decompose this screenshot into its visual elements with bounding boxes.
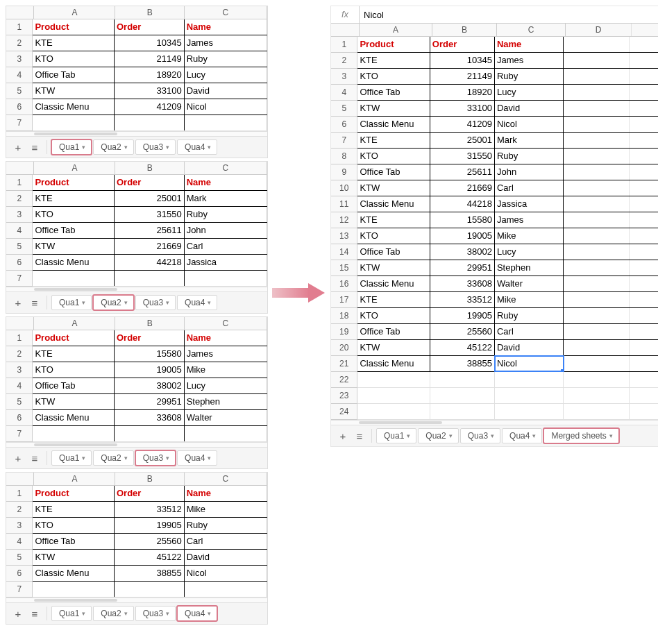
cell[interactable]: 25611 [115, 223, 185, 238]
cell[interactable] [630, 340, 658, 355]
cell[interactable]: John [495, 164, 564, 180]
cell[interactable] [33, 426, 115, 441]
all-sheets-button[interactable]: ≡ [27, 450, 42, 466]
cell[interactable]: KTE [33, 346, 115, 362]
cell[interactable]: 19905 [430, 308, 495, 323]
chevron-down-icon[interactable]: ▾ [407, 432, 410, 439]
row-header[interactable]: 4 [6, 223, 33, 239]
sheet-tab[interactable]: Qua4▾ [177, 606, 217, 621]
cell[interactable]: 41209 [115, 99, 185, 115]
cell[interactable]: Classic Menu [33, 410, 115, 425]
cell[interactable]: 19905 [115, 518, 185, 533]
cell[interactable]: Ruby [495, 69, 564, 84]
cell[interactable]: 33100 [430, 101, 495, 116]
cell[interactable]: Ruby [185, 518, 267, 533]
cell[interactable]: KTE [357, 53, 430, 68]
cell[interactable]: 25001 [115, 191, 185, 206]
cell[interactable]: 31550 [115, 207, 185, 222]
row-header[interactable]: 7 [6, 271, 33, 287]
row-header[interactable]: 13 [331, 228, 357, 244]
cell[interactable] [564, 244, 630, 260]
chevron-down-icon[interactable]: ▾ [208, 610, 211, 617]
cell[interactable]: Office Tab [33, 67, 115, 83]
cell[interactable] [33, 271, 115, 286]
sheet-tab[interactable]: Qua3▾ [135, 606, 176, 621]
cell[interactable] [115, 271, 185, 286]
sheet-tab[interactable]: Merged sheets▾ [543, 428, 618, 443]
cell[interactable]: 19005 [430, 228, 495, 244]
cell[interactable]: Product [33, 330, 115, 346]
cell[interactable]: Classic Menu [33, 566, 115, 581]
column-header[interactable]: A [34, 162, 115, 174]
cell[interactable] [630, 180, 658, 196]
cell[interactable]: 25001 [430, 133, 495, 148]
column-header[interactable]: B [115, 473, 184, 485]
cell[interactable] [630, 356, 658, 371]
cell[interactable]: 33608 [430, 276, 495, 291]
chevron-down-icon[interactable]: ▾ [208, 299, 211, 306]
cell[interactable] [564, 117, 630, 132]
cell[interactable]: Office Tab [357, 324, 430, 339]
sheet-tab[interactable]: Qua2▾ [93, 295, 133, 310]
cell[interactable] [495, 404, 564, 419]
cell[interactable] [564, 101, 630, 116]
column-header[interactable]: C [185, 473, 267, 485]
cell[interactable]: 38002 [115, 378, 185, 393]
column-header[interactable]: C [185, 317, 267, 330]
cell[interactable] [564, 37, 630, 52]
cell[interactable]: 21669 [430, 180, 495, 196]
chevron-down-icon[interactable]: ▾ [124, 144, 128, 151]
row-header[interactable]: 1 [6, 486, 33, 502]
column-header[interactable]: A [34, 473, 115, 485]
cell[interactable] [33, 115, 115, 130]
cell[interactable] [564, 149, 630, 164]
sheet-tab[interactable]: Qua4▾ [177, 139, 217, 155]
cell[interactable]: Order [115, 330, 185, 346]
column-header[interactable]: B [115, 6, 184, 19]
cell[interactable]: Nicol [495, 356, 564, 371]
cell[interactable]: James [185, 35, 267, 51]
cell[interactable]: Mark [495, 133, 564, 148]
cell[interactable]: Name [495, 37, 564, 52]
all-sheets-button[interactable]: ≡ [27, 606, 42, 621]
cell[interactable]: Carl [495, 324, 564, 339]
row-header[interactable]: 2 [6, 191, 33, 207]
cell[interactable] [630, 372, 658, 387]
column-header[interactable] [632, 24, 658, 36]
cell[interactable] [564, 404, 630, 419]
cell[interactable] [564, 69, 630, 84]
sheet-tab[interactable]: Qua2▾ [93, 606, 133, 621]
cell[interactable]: Classic Menu [357, 276, 430, 291]
cell[interactable]: 15580 [115, 346, 185, 362]
cell[interactable] [564, 228, 630, 244]
cell[interactable]: KTO [357, 149, 430, 164]
cell[interactable]: Nicol [185, 99, 267, 115]
cell[interactable]: KTO [33, 362, 115, 378]
cell[interactable]: Mike [495, 292, 564, 307]
chevron-down-icon[interactable]: ▾ [166, 455, 169, 461]
chevron-down-icon[interactable]: ▾ [82, 455, 85, 461]
cell[interactable]: KTW [33, 550, 115, 565]
cell[interactable]: Classic Menu [357, 356, 430, 371]
cell[interactable] [630, 37, 658, 52]
cell[interactable]: Order [115, 486, 185, 501]
sheet-tab[interactable]: Qua1▾ [376, 428, 416, 443]
select-all-corner[interactable] [6, 473, 34, 485]
cell[interactable]: Nicol [185, 566, 267, 581]
chevron-down-icon[interactable]: ▾ [532, 432, 536, 439]
row-header[interactable]: 12 [331, 212, 357, 228]
cell[interactable] [564, 133, 630, 148]
cell[interactable] [630, 117, 658, 132]
column-header[interactable]: B [115, 162, 184, 174]
chevron-down-icon[interactable]: ▾ [124, 299, 128, 306]
cell[interactable]: 10345 [430, 53, 495, 68]
sheet-tab[interactable]: Qua1▾ [51, 450, 92, 466]
chevron-down-icon[interactable]: ▾ [82, 144, 85, 151]
cell[interactable]: KTW [33, 239, 115, 254]
cell[interactable]: 44218 [430, 196, 495, 212]
row-header[interactable]: 19 [331, 324, 357, 340]
cell[interactable]: 31550 [430, 149, 495, 164]
cell[interactable] [564, 212, 630, 228]
cell[interactable] [630, 101, 658, 116]
column-header[interactable]: A [34, 6, 115, 19]
